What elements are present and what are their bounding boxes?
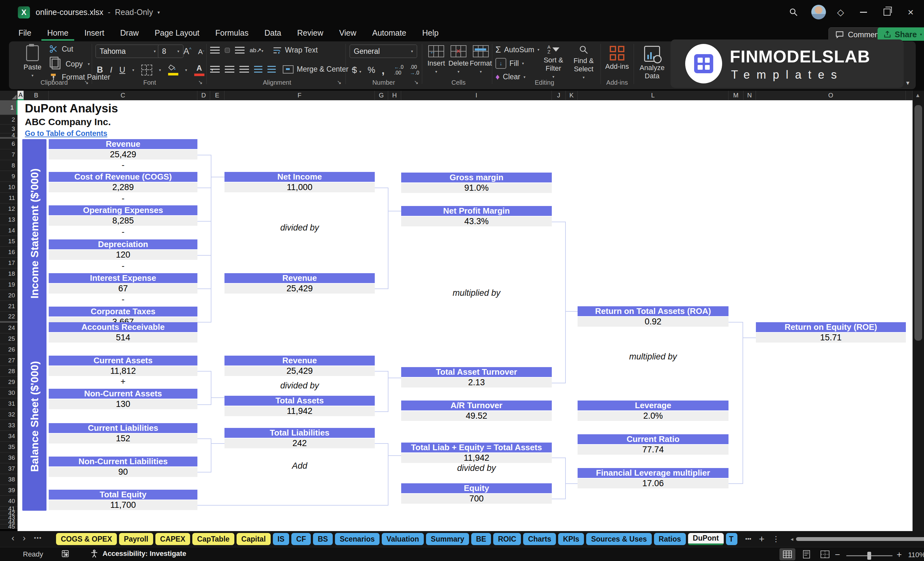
menu-tab-insert[interactable]: Insert xyxy=(79,27,110,41)
sheet-tab-capex[interactable]: CAPEX xyxy=(155,533,190,545)
box-opex-value[interactable]: 8,285 xyxy=(49,216,197,226)
macro-record-button[interactable] xyxy=(61,549,69,559)
column-header-C[interactable]: C xyxy=(49,91,197,100)
copy-button[interactable]: Copy ▾ xyxy=(49,58,90,69)
search-button[interactable] xyxy=(786,4,801,20)
zoom-level[interactable]: 110% xyxy=(908,551,924,559)
scroll-left-icon[interactable]: ◂ xyxy=(790,536,794,543)
box-cogs-value[interactable]: 2,289 xyxy=(49,182,197,192)
sheet-tab-is[interactable]: IS xyxy=(273,533,290,545)
box-roe-value[interactable]: 15.71 xyxy=(756,333,906,343)
prev-sheet-arrow[interactable]: ‹ xyxy=(12,533,14,543)
currency-format-button[interactable]: $ ▾ xyxy=(352,65,362,75)
sheet-options-kebab-icon[interactable]: ⋮ xyxy=(772,535,780,543)
row-header-19[interactable]: 19 xyxy=(0,279,18,290)
page-layout-view-button[interactable] xyxy=(798,548,814,560)
box-tl-plus-equity-header[interactable]: Total Liab + Equity = Total Assets xyxy=(401,442,552,452)
box-total-assets-value[interactable]: 11,942 xyxy=(225,406,375,416)
cut-button[interactable]: Cut xyxy=(49,45,73,54)
box-gross-margin-value[interactable]: 91.0% xyxy=(401,183,552,193)
box-noncurrent-assets-header[interactable]: Non-Current Assets xyxy=(49,389,197,399)
menu-tab-file[interactable]: File xyxy=(13,27,37,41)
align-right-button[interactable] xyxy=(240,66,249,73)
column-header-A[interactable]: A xyxy=(18,91,24,100)
box-ar-turnover-header[interactable]: A/R Turnover xyxy=(401,400,552,410)
box-leverage-header[interactable]: Leverage xyxy=(578,400,729,410)
normal-view-button[interactable] xyxy=(780,548,795,560)
row-header-30[interactable]: 30 xyxy=(0,387,18,398)
align-top-button[interactable] xyxy=(210,47,220,54)
fill-color-button[interactable] xyxy=(168,64,178,75)
row-header-17[interactable]: 17 xyxy=(0,258,18,268)
underline-button[interactable]: U xyxy=(119,65,126,75)
excel-app-icon[interactable]: X xyxy=(18,6,30,18)
row-header-15[interactable]: 15 xyxy=(0,236,18,247)
box-net-profit-margin-value[interactable]: 43.3% xyxy=(401,216,552,226)
row-header-4[interactable]: 4 xyxy=(0,134,18,138)
wrap-text-button[interactable]: Wrap Text xyxy=(273,46,318,54)
column-header-O[interactable]: O xyxy=(756,91,906,100)
sheet-tab-dupont[interactable]: DuPont xyxy=(688,533,724,545)
row-header-36[interactable]: 36 xyxy=(0,452,18,463)
menu-tab-review[interactable]: Review xyxy=(291,27,329,41)
row-header-31[interactable]: 31 xyxy=(0,398,18,409)
box-revenue-f2-value[interactable]: 25,429 xyxy=(225,366,375,376)
workbook-title[interactable]: online-courses.xlsx - Read-Only ▾ xyxy=(36,8,160,17)
row-header-13[interactable]: 13 xyxy=(0,214,18,225)
row-header-9[interactable]: 9 xyxy=(0,171,18,182)
addins-button[interactable]: Add-ins xyxy=(605,46,629,70)
sort-filter-button[interactable]: AZ Sort & Filter ▾ xyxy=(539,45,568,79)
zoom-slider-thumb[interactable] xyxy=(867,552,871,560)
menu-tab-help[interactable]: Help xyxy=(417,27,444,41)
borders-button[interactable] xyxy=(141,64,152,75)
menu-tab-home[interactable]: Home xyxy=(41,27,74,41)
sheet-tab-captable[interactable]: CapTable xyxy=(192,533,234,545)
box-flm-value[interactable]: 17.06 xyxy=(578,478,729,488)
box-total-liabilities-value[interactable]: 242 xyxy=(225,438,375,448)
box-accounts-receivable-header[interactable]: Accounts Receivable xyxy=(49,322,197,332)
box-revenue-f-header[interactable]: Revenue xyxy=(225,273,375,283)
box-net-profit-margin-header[interactable]: Net Profit Margin xyxy=(401,206,552,216)
row-header-10[interactable]: 10 xyxy=(0,182,18,193)
box-current-ratio-value[interactable]: 77.74 xyxy=(578,445,729,454)
row-header-18[interactable]: 18 xyxy=(0,268,18,279)
clipboard-dialog-launcher[interactable]: ↘ xyxy=(84,79,88,86)
row-header-12[interactable]: 12 xyxy=(0,204,18,214)
column-header-L[interactable]: L xyxy=(578,91,729,100)
merge-center-button[interactable]: Merge & Center ▾ xyxy=(283,65,353,74)
box-revenue-f-value[interactable]: 25,429 xyxy=(225,284,375,294)
row-header-33[interactable]: 33 xyxy=(0,420,18,431)
row-header-32[interactable]: 32 xyxy=(0,409,18,420)
align-middle-button[interactable] xyxy=(225,48,230,53)
column-header-F[interactable]: F xyxy=(225,91,375,100)
row-header-37[interactable]: 37 xyxy=(0,463,18,474)
analyze-data-button[interactable]: Analyze Data xyxy=(638,46,667,80)
box-current-ratio-header[interactable]: Current Ratio xyxy=(578,434,729,444)
zoom-slider[interactable] xyxy=(846,555,892,556)
box-interest-value[interactable]: 67 xyxy=(49,284,197,294)
row-header-45[interactable]: 45 xyxy=(0,524,18,529)
autosum-button[interactable]: Σ AutoSum ▾ xyxy=(495,45,539,55)
insert-cells-button[interactable]: ← Insert ▾ xyxy=(426,45,446,74)
align-left-button[interactable] xyxy=(210,66,220,73)
column-header-K[interactable]: K xyxy=(566,91,578,100)
box-tl-plus-equity-value[interactable]: 11,942 xyxy=(401,453,552,463)
column-header-E[interactable]: E xyxy=(210,91,225,100)
number-dialog-launcher[interactable]: ↘ xyxy=(414,79,418,86)
horizontal-scrollbar[interactable]: ◂▸ xyxy=(790,536,924,543)
box-depreciation-header[interactable]: Depreciation xyxy=(49,239,197,249)
scroll-up-icon[interactable]: ▲ xyxy=(915,92,921,99)
comma-format-button[interactable]: , xyxy=(382,67,385,73)
number-format-select[interactable]: General▾ xyxy=(350,45,417,58)
row-header-1[interactable]: 1 xyxy=(0,100,18,115)
row-header-38[interactable]: 38 xyxy=(0,474,18,485)
next-sheet-arrow[interactable]: › xyxy=(22,533,26,543)
box-total-assets-header[interactable]: Total Assets xyxy=(225,396,375,406)
column-header-G[interactable]: G xyxy=(375,91,388,100)
vertical-scroll-thumb[interactable] xyxy=(915,105,922,340)
row-header-14[interactable]: 14 xyxy=(0,225,18,236)
sheet-tab-ratios[interactable]: Ratios xyxy=(654,533,686,545)
column-header-H[interactable]: H xyxy=(388,91,401,100)
more-sheets-right-icon[interactable]: ••• xyxy=(746,536,752,543)
box-gross-margin-header[interactable]: Gross margin xyxy=(401,172,552,182)
